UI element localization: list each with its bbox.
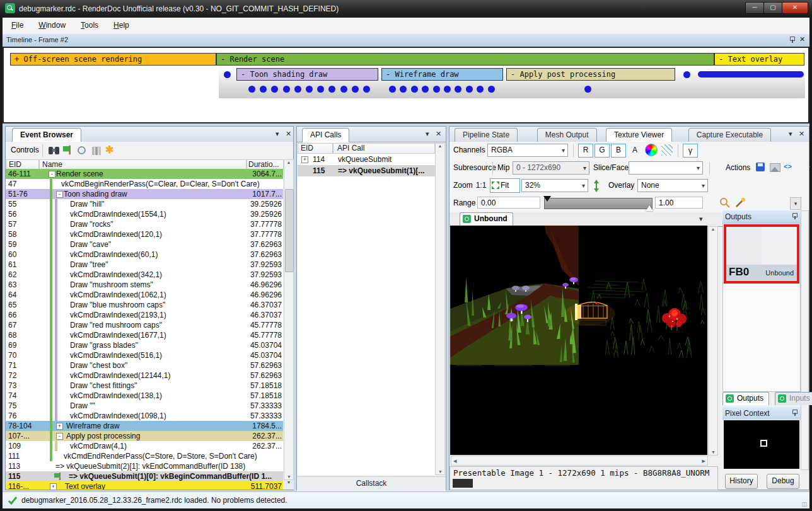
- history-button[interactable]: History: [725, 474, 758, 489]
- alpha-checker-icon[interactable]: [661, 144, 673, 156]
- event-browser-vscrollbar[interactable]: ▲▼: [284, 159, 294, 480]
- range-options-dropdown[interactable]: ▾: [790, 197, 801, 210]
- event-row[interactable]: 111vkCmdEndRenderPass(C=Store, D=Store, …: [6, 451, 283, 461]
- expand-toggle[interactable]: -: [56, 433, 63, 440]
- event-row[interactable]: 57Draw "rocks"37.77778: [6, 219, 283, 229]
- pin-icon[interactable]: [789, 37, 795, 43]
- slice-face-dropdown[interactable]: ▾: [629, 161, 703, 175]
- timeline-bar[interactable]: - Text overlay: [714, 53, 804, 66]
- zoom-1-1-button[interactable]: 1:1: [473, 179, 489, 192]
- channel-blue-button[interactable]: B: [611, 144, 626, 158]
- api-calls-list[interactable]: +114vkQueueSubmit115=> vkQueueSubmit(1)[…: [298, 154, 435, 475]
- event-row[interactable]: 72vkCmdDrawIndexed(12144,1)57.62963: [6, 370, 283, 381]
- mip-dropdown[interactable]: 0 - 1272x690▾: [513, 161, 589, 175]
- menu-window[interactable]: Window: [38, 21, 66, 30]
- chevron-down-icon[interactable]: ▾: [699, 215, 703, 223]
- pixel-context-view[interactable]: [724, 420, 799, 469]
- api-call-row[interactable]: +114vkQueueSubmit: [298, 154, 435, 165]
- event-row[interactable]: 75Draw ""57.33333: [6, 401, 283, 411]
- tab-capture-executable[interactable]: Capture Executable: [688, 128, 771, 142]
- timeline-command-bar[interactable]: [698, 71, 804, 78]
- range-slider[interactable]: [544, 198, 652, 209]
- timeline-bar[interactable]: - Apply post processing: [506, 68, 675, 81]
- close-icon[interactable]: ✕: [436, 130, 441, 138]
- api-call-row[interactable]: 115=> vkQueueSubmit(1)[...: [298, 165, 435, 176]
- event-row[interactable]: 115=> vkQueueSubmit(1)[0]: vkBeginComman…: [6, 471, 283, 481]
- event-row[interactable]: 116-...+Text overlay511.7037: [6, 481, 283, 490]
- resize-grip[interactable]: ◫: [801, 501, 807, 507]
- event-row[interactable]: 109vkCmdDraw(4,1)262.37...: [6, 441, 283, 451]
- event-row[interactable]: 55Draw "hill"39.25926: [6, 199, 283, 209]
- find-event-icon[interactable]: [49, 147, 59, 154]
- save-texture-icon[interactable]: [756, 163, 765, 171]
- chevron-down-icon[interactable]: ▾: [789, 130, 792, 138]
- duration-graph-icon[interactable]: [92, 147, 101, 155]
- range-min-input[interactable]: 0.00: [477, 197, 540, 209]
- close-icon[interactable]: ✕: [799, 35, 805, 43]
- chevron-down-icon[interactable]: ▾: [426, 130, 429, 138]
- event-row[interactable]: 60vkCmdDrawIndexed(60,1)37.62963: [6, 250, 283, 260]
- event-row[interactable]: 74vkCmdDrawIndexed(138,1)57.18518: [6, 391, 283, 401]
- channels-dropdown[interactable]: RGBA▾: [487, 144, 568, 157]
- pixel-context-header[interactable]: Pixel Context: [722, 407, 801, 420]
- close-button[interactable]: ✕: [782, 2, 808, 14]
- minimize-button[interactable]: ─: [745, 2, 764, 14]
- zoom-level-dropdown[interactable]: 32%▾: [521, 179, 588, 192]
- expand-toggle[interactable]: +: [56, 423, 63, 430]
- channel-green-button[interactable]: G: [594, 144, 610, 158]
- channel-alpha-button[interactable]: A: [627, 144, 642, 158]
- api-calls-vscrollbar[interactable]: ▲▼: [435, 143, 445, 475]
- texture-hscrollbar[interactable]: ◀▶: [451, 456, 708, 466]
- flip-y-icon[interactable]: [593, 180, 600, 192]
- open-image-icon[interactable]: [770, 163, 780, 172]
- menu-file[interactable]: File: [11, 21, 23, 30]
- column-header-duration[interactable]: Duratio...: [246, 159, 284, 169]
- menu-tools[interactable]: Tools: [81, 21, 98, 30]
- timeline-panel[interactable]: + Off-screen scene rendering- Render sce…: [3, 47, 809, 123]
- tab-texture-viewer[interactable]: Texture Viewer: [606, 128, 672, 142]
- autofit-wand-icon[interactable]: [734, 197, 746, 209]
- tab-inputs[interactable]: Inputs: [775, 392, 812, 405]
- bookmark-icon[interactable]: ✱: [105, 144, 113, 156]
- event-row[interactable]: 69Draw "grass blades"45.03704: [6, 340, 283, 350]
- tab-event-browser[interactable]: Event Browser: [12, 128, 81, 142]
- tab-unbound-texture[interactable]: Unbound: [460, 212, 513, 226]
- expand-toggle[interactable]: +: [50, 483, 57, 490]
- fit-button[interactable]: Fit: [490, 178, 520, 193]
- texture-viewport[interactable]: [450, 226, 707, 455]
- tab-api-calls[interactable]: API Calls: [302, 128, 349, 142]
- timeline-bar[interactable]: - Wireframe draw: [381, 68, 503, 81]
- event-row[interactable]: 71Draw "chest box"57.62963: [6, 360, 283, 370]
- event-row[interactable]: 78-104+Wireframe draw1784.5...: [6, 421, 283, 431]
- menu-help[interactable]: Help: [113, 21, 129, 30]
- event-row[interactable]: 65Draw "blue mushroom caps"46.37037: [6, 300, 283, 310]
- timeline-bar[interactable]: - Toon shading draw: [236, 68, 378, 81]
- column-header-eid[interactable]: EID: [6, 159, 39, 169]
- range-black-marker[interactable]: [543, 196, 551, 202]
- event-row[interactable]: 107-...-Apply post processing262.37...: [6, 431, 283, 441]
- event-row[interactable]: 64vkCmdDrawIndexed(1062,1)46.96296: [6, 290, 283, 300]
- range-max-input[interactable]: 1.00: [655, 197, 703, 209]
- color-wheel-icon[interactable]: [645, 144, 658, 156]
- timeline-bar[interactable]: - Render scene: [216, 53, 714, 66]
- close-icon[interactable]: ✕: [286, 130, 291, 138]
- jump-to-event-icon[interactable]: [63, 146, 71, 154]
- zoom-range-icon[interactable]: [719, 197, 731, 209]
- event-row[interactable]: 61Draw "tree"37.92593: [6, 260, 283, 270]
- time-draws-icon[interactable]: [78, 146, 86, 154]
- tab-pipeline-state[interactable]: Pipeline State: [455, 128, 518, 142]
- event-row[interactable]: 73Draw "chest fittings"57.18518: [6, 381, 283, 391]
- column-header-api-call[interactable]: API Call: [333, 143, 435, 154]
- pin-icon[interactable]: [792, 410, 798, 416]
- fb0-thumbnail[interactable]: FB0 Unbound: [724, 224, 799, 284]
- outputs-header[interactable]: Outputs: [722, 210, 801, 223]
- column-header-name[interactable]: Name: [39, 159, 246, 169]
- event-row[interactable]: 76vkCmdDrawIndexed(1098,1)57.33333: [6, 411, 283, 421]
- tab-mesh-output[interactable]: Mesh Output: [537, 128, 597, 142]
- event-row[interactable]: 63Draw "mushroom stems"46.96296: [6, 280, 283, 290]
- timeline-panel-header[interactable]: Timeline - Frame #2 ✕: [3, 34, 809, 47]
- view-code-icon[interactable]: <>: [784, 163, 792, 170]
- event-row[interactable]: 59Draw "cave"37.62963: [6, 239, 283, 250]
- close-icon[interactable]: ✕: [799, 130, 804, 138]
- expand-toggle[interactable]: +: [301, 156, 308, 163]
